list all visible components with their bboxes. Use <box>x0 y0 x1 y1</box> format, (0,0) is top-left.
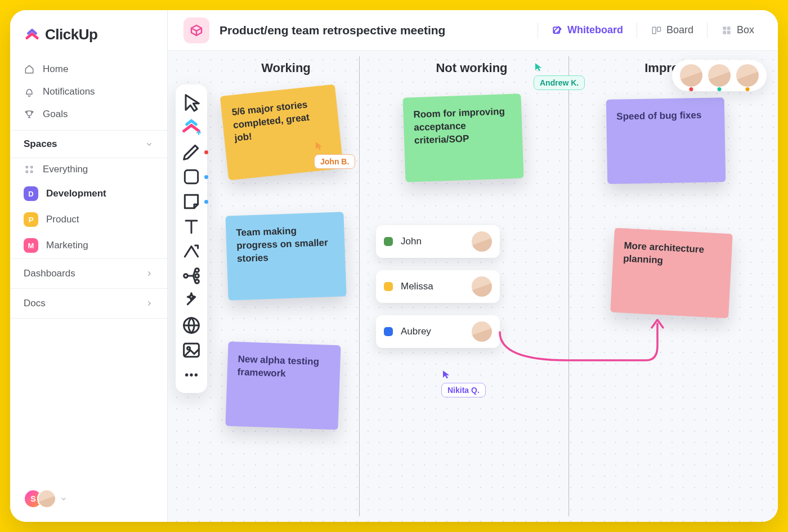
app-frame: ClickUp Home Notifications Goals Spaces … <box>10 10 778 522</box>
column-heading-working: Working <box>230 61 342 75</box>
tool-web[interactable] <box>180 314 203 337</box>
everything-icon <box>24 164 35 175</box>
tab-board[interactable]: Board <box>643 20 701 41</box>
sticky-working-3[interactable]: New alpha testing framework <box>225 342 341 430</box>
tool-sticky[interactable] <box>180 190 203 213</box>
sticky-improve-1[interactable]: Speed of bug fixes <box>606 97 726 184</box>
space-label-product: Product <box>46 214 79 225</box>
nav-notifications-label: Notifications <box>43 86 95 97</box>
cursor-john: John B. <box>314 141 355 169</box>
tool-image[interactable] <box>180 339 203 361</box>
cursor-nikita: Nikita Q. <box>441 369 486 397</box>
whiteboard-edit-icon <box>552 25 563 36</box>
svg-point-2 <box>26 171 28 173</box>
tool-text[interactable] <box>180 215 203 238</box>
cursor-andrew: Andrew K. <box>534 62 585 90</box>
avatar <box>472 321 492 342</box>
dashboards-section[interactable]: Dashboards <box>10 258 167 288</box>
board-icon <box>651 25 662 36</box>
chevron-down-icon <box>145 140 154 149</box>
user-cluster[interactable]: S <box>10 484 167 514</box>
nav-primary: Home Notifications Goals <box>10 53 167 130</box>
tab-board-label: Board <box>666 24 693 36</box>
space-badge-p: P <box>24 212 38 227</box>
avatar <box>708 64 731 87</box>
tool-connector[interactable] <box>180 240 203 262</box>
person-swatch <box>384 327 393 336</box>
tool-pen[interactable] <box>180 141 203 163</box>
sticky-text: Room for improving acceptance criteria/S… <box>413 106 505 146</box>
svg-text:+: + <box>196 127 202 138</box>
doc-type-icon <box>183 17 209 43</box>
svg-point-1 <box>31 166 33 168</box>
tool-clickup[interactable]: + <box>180 116 203 138</box>
whiteboard-canvas-wrap: Working Not working Improve + <box>168 51 778 522</box>
sticky-text: Team making progress on smaller stories <box>236 225 328 264</box>
nav-home-label: Home <box>43 64 68 75</box>
tool-shape[interactable] <box>180 166 203 188</box>
svg-point-0 <box>26 166 28 168</box>
tool-ai[interactable] <box>180 289 203 312</box>
chevron-right-icon <box>145 299 154 308</box>
svg-point-20 <box>185 373 188 376</box>
sticky-improve-2[interactable]: More architecture planning <box>610 228 733 319</box>
tab-whiteboard-label: Whiteboard <box>567 24 623 36</box>
person-swatch <box>384 237 393 246</box>
sticky-notworking-1[interactable]: Room for improving acceptance criteria/S… <box>402 93 523 182</box>
space-badge-m: M <box>24 238 38 253</box>
person-swatch <box>384 282 393 291</box>
tab-box[interactable]: Box <box>713 20 762 41</box>
person-name: Melissa <box>401 281 464 292</box>
cursor-label: John B. <box>314 154 355 169</box>
column-divider-1 <box>359 56 360 516</box>
space-badge-d: D <box>24 186 38 201</box>
sticky-text: More architecture planning <box>623 240 705 266</box>
spaces-heading-label: Spaces <box>24 138 57 150</box>
nav-notifications[interactable]: Notifications <box>17 81 160 103</box>
brand[interactable]: ClickUp <box>10 24 167 53</box>
grid-icon <box>721 25 732 36</box>
whiteboard-canvas[interactable]: Working Not working Improve + <box>168 51 778 522</box>
sticky-text: New alpha testing framework <box>237 354 319 379</box>
svg-rect-7 <box>723 26 726 30</box>
space-label-marketing: Marketing <box>46 240 88 251</box>
person-name: Aubrey <box>401 326 464 337</box>
svg-rect-8 <box>727 26 731 30</box>
svg-point-21 <box>190 373 192 376</box>
docs-section[interactable]: Docs <box>10 288 167 319</box>
person-card-melissa[interactable]: Melissa <box>376 270 500 303</box>
person-name: John <box>401 236 464 247</box>
spaces-heading[interactable]: Spaces <box>10 130 167 158</box>
nav-goals[interactable]: Goals <box>17 103 160 126</box>
person-card-john[interactable]: John <box>376 225 500 258</box>
brand-name: ClickUp <box>45 26 97 43</box>
svg-rect-6 <box>657 27 661 32</box>
sticky-working-2[interactable]: Team making progress on smaller stories <box>225 212 346 300</box>
view-tabs: Whiteboard Board Box <box>532 20 762 41</box>
page-title: Product/eng team retrospective meeting <box>220 24 445 37</box>
tool-select[interactable] <box>180 91 203 114</box>
spaces-marketing[interactable]: M Marketing <box>10 233 167 258</box>
sticky-text: Speed of bug fixes <box>616 110 701 122</box>
person-card-aubrey[interactable]: Aubrey <box>376 315 500 348</box>
spaces-everything[interactable]: Everything <box>10 158 167 181</box>
svg-rect-5 <box>652 27 656 34</box>
column-divider-2 <box>568 56 569 516</box>
tool-mindmap[interactable] <box>180 265 203 287</box>
spaces-development[interactable]: D Development <box>10 181 167 207</box>
tool-more[interactable] <box>180 364 203 386</box>
presence-indicator[interactable] <box>672 60 767 91</box>
spaces-product[interactable]: P Product <box>10 207 167 233</box>
sidebar: ClickUp Home Notifications Goals Spaces … <box>10 10 168 522</box>
nav-home[interactable]: Home <box>17 58 160 81</box>
cursor-label: Nikita Q. <box>441 383 486 397</box>
docs-label: Docs <box>24 298 46 309</box>
clickup-logo-icon <box>24 26 41 43</box>
tab-box-label: Box <box>737 24 754 36</box>
avatar <box>680 64 702 87</box>
connector-arrow <box>500 315 680 383</box>
svg-rect-10 <box>727 30 731 34</box>
svg-point-15 <box>195 274 199 278</box>
main: Product/eng team retrospective meeting W… <box>168 10 778 522</box>
tab-whiteboard[interactable]: Whiteboard <box>544 20 631 41</box>
